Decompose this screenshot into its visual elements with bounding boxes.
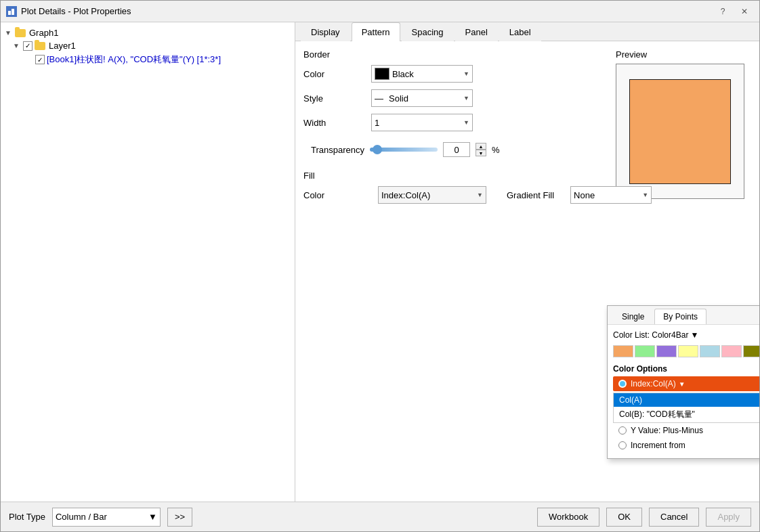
color-options-label: Color Options xyxy=(613,364,759,374)
tree-arrow-graph1: ▼ xyxy=(5,29,13,37)
selected-option-arrow: ▼ xyxy=(679,380,685,388)
gradient-fill-value: None xyxy=(574,190,595,200)
tree-checkbox-plot1[interactable]: ✓ xyxy=(35,55,45,64)
gradient-fill-label: Gradient Fill xyxy=(507,190,554,200)
tree-item-graph1[interactable]: ▼ Graph1 xyxy=(1,26,295,39)
color-options-selected[interactable]: Index:Col(A) ▼ xyxy=(613,376,759,391)
radio-y-value-label: Y Value: Plus-Minus xyxy=(631,426,703,435)
border-width-label: Width xyxy=(303,118,364,128)
color-list-label: Color List: Color4Bar xyxy=(613,330,688,340)
spinner-down[interactable]: ▼ xyxy=(476,150,486,156)
plot-type-value: Column / Bar xyxy=(56,512,107,522)
color-list-dropdown[interactable]: Color List: Color4Bar ▼ xyxy=(613,330,698,340)
svg-rect-0 xyxy=(8,11,11,15)
border-width-control[interactable]: 1 ▼ xyxy=(371,114,473,131)
right-panel: Display Pattern Spacing Panel Label Bord xyxy=(295,22,759,502)
border-color-value: Black xyxy=(392,69,414,79)
gradient-arrow: ▼ xyxy=(642,192,648,198)
slider-thumb[interactable] xyxy=(373,145,382,154)
border-width-value: 1 xyxy=(375,118,379,128)
cancel-button[interactable]: Cancel xyxy=(649,508,699,527)
fill-color-arrow: ▼ xyxy=(477,192,483,198)
swatch-1[interactable] xyxy=(635,345,655,357)
color-list-arrow: ▼ xyxy=(690,330,698,340)
tab-pattern[interactable]: Pattern xyxy=(352,22,400,41)
border-color-swatch xyxy=(375,68,389,80)
folder-icon-layer1 xyxy=(35,42,45,50)
title-bar-controls: ? ✕ xyxy=(713,4,754,19)
ok-button[interactable]: OK xyxy=(606,508,642,527)
fill-color-control[interactable]: Index:Col(A) ▼ xyxy=(378,186,486,204)
title-bar: Plot Details - Plot Properties ? ✕ xyxy=(1,1,759,22)
transparency-slider[interactable] xyxy=(370,148,438,152)
close-button[interactable]: ✕ xyxy=(735,4,754,19)
svg-rect-1 xyxy=(12,9,14,15)
transparency-spinner: ▲ ▼ xyxy=(476,143,486,156)
workbook-button[interactable]: Workbook xyxy=(537,508,599,527)
spinner-up[interactable]: ▲ xyxy=(476,143,486,150)
color-dropdown-popup: Single By Points Color List: Color4Bar ▼ xyxy=(607,305,759,459)
left-panel: ▼ Graph1 ▼ ✓ Layer1 ▶ ✓ [Book1]柱状图! A(X)… xyxy=(1,22,295,502)
transparency-input[interactable]: 0 xyxy=(443,142,470,157)
radio-y-value[interactable]: Y Value: Plus-Minus xyxy=(613,423,759,438)
options-list: Col(A) Col(B): "COD耗氧量" xyxy=(613,393,759,423)
tabs-bar: Display Pattern Spacing Panel Label xyxy=(295,22,759,41)
radio-increment-label: Increment from xyxy=(631,441,685,450)
tree-label-plot1: [Book1]柱状图! A(X), "COD耗氧量"(Y) [1*:3*] xyxy=(47,53,221,66)
swatch-2[interactable] xyxy=(656,345,677,357)
preview-label: Preview xyxy=(616,49,751,60)
radio-increment[interactable]: Increment from xyxy=(613,438,759,453)
app-icon xyxy=(6,6,17,17)
popup-tab-bypoints[interactable]: By Points xyxy=(654,309,706,324)
tab-content-pattern: Border Color Black ▼ Style — Solid xyxy=(295,41,759,502)
apply-button[interactable]: Apply xyxy=(706,508,751,527)
bottom-bar: Plot Type Column / Bar ▼ >> Workbook OK … xyxy=(1,502,759,531)
popup-tab-single[interactable]: Single xyxy=(613,309,653,324)
radio-y-value-button[interactable] xyxy=(618,426,627,435)
help-button[interactable]: ? xyxy=(713,4,732,19)
gradient-fill-control[interactable]: None ▼ xyxy=(570,186,652,204)
tree-arrow-layer1: ▼ xyxy=(13,42,21,49)
tab-panel[interactable]: Panel xyxy=(455,22,498,41)
tree-item-layer1[interactable]: ▼ ✓ Layer1 xyxy=(1,39,295,52)
preview-area: Preview xyxy=(616,49,751,199)
tree-label-graph1: Graph1 xyxy=(29,28,58,38)
color-swatches-row: ✏ xyxy=(613,344,759,359)
swatch-0[interactable] xyxy=(613,345,633,357)
border-width-arrow: ▼ xyxy=(463,119,469,126)
border-style-arrow: ▼ xyxy=(463,95,469,102)
title-bar-left: Plot Details - Plot Properties xyxy=(6,6,131,17)
swatch-3[interactable] xyxy=(678,345,698,357)
option-col-a[interactable]: Col(A) xyxy=(614,393,759,407)
swatch-6[interactable] xyxy=(743,345,759,357)
preview-box xyxy=(616,64,744,199)
swatch-5[interactable] xyxy=(721,345,742,357)
tree-label-layer1: Layer1 xyxy=(49,41,76,51)
plot-type-label: Plot Type xyxy=(9,512,45,522)
selected-option-label: Index:Col(A) xyxy=(631,379,676,389)
popup-content: Color List: Color4Bar ▼ xyxy=(608,325,759,458)
radio-increment-button[interactable] xyxy=(618,441,627,449)
option-col-b[interactable]: Col(B): "COD耗氧量" xyxy=(614,407,759,422)
plot-type-select[interactable]: Column / Bar ▼ xyxy=(52,508,161,527)
tab-label[interactable]: Label xyxy=(499,22,541,41)
window-title: Plot Details - Plot Properties xyxy=(21,6,131,16)
tree-checkbox-layer1[interactable]: ✓ xyxy=(23,41,33,51)
main-window: Plot Details - Plot Properties ? ✕ ▼ Gra… xyxy=(0,0,760,532)
border-style-value: Solid xyxy=(389,93,408,104)
border-style-control[interactable]: — Solid ▼ xyxy=(371,89,473,107)
border-color-label: Color xyxy=(303,69,364,79)
arrow-button[interactable]: >> xyxy=(167,508,192,527)
preview-rect xyxy=(629,79,731,184)
tree-item-plot1[interactable]: ▶ ✓ [Book1]柱状图! A(X), "COD耗氧量"(Y) [1*:3*… xyxy=(1,52,295,67)
percent-sign: % xyxy=(492,145,500,155)
tab-spacing[interactable]: Spacing xyxy=(402,22,454,41)
style-line-icon: — xyxy=(375,93,383,104)
swatch-4[interactable] xyxy=(700,345,720,357)
border-color-arrow: ▼ xyxy=(463,70,469,77)
fill-color-value: Index:Col(A) xyxy=(381,190,430,200)
transparency-label: Transparency xyxy=(303,145,364,155)
tab-display[interactable]: Display xyxy=(301,22,350,41)
border-color-control[interactable]: Black ▼ xyxy=(371,65,473,83)
fill-color-label: Color xyxy=(303,190,364,200)
